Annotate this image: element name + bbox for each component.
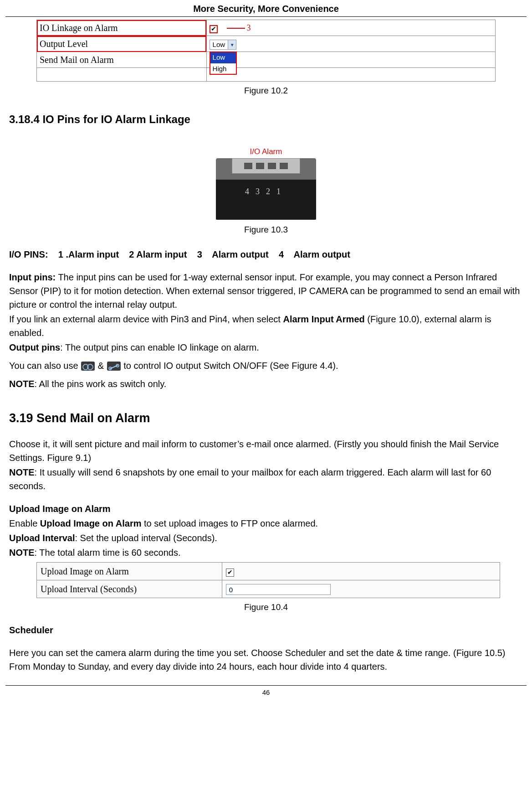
figure-10-3-caption: Figure 10.3 bbox=[9, 223, 523, 237]
page-header: More Security, More Convenience bbox=[5, 0, 527, 17]
dropdown-option-high[interactable]: High bbox=[210, 63, 236, 75]
upload-image-label: Upload Image on Alarm bbox=[37, 563, 222, 580]
page-footer: 46 bbox=[5, 685, 527, 698]
output-level-value-cell: Low ▼ Low High 4 bbox=[206, 36, 495, 52]
figure-10-2-caption: Figure 10.2 bbox=[9, 84, 523, 98]
upload-image-value-cell: ✔ bbox=[222, 563, 500, 580]
callout-3: 3 bbox=[227, 22, 251, 34]
figure-10-4-screenshot: Upload Image on Alarm ✔ Upload Interval … bbox=[36, 562, 500, 598]
upload-interval-label: Upload Interval (Seconds) bbox=[37, 580, 222, 598]
figure-10-2-screenshot: IO Linkage on Alarm ✔ 3 Output Level Low… bbox=[36, 20, 496, 82]
upload-settings-table: Upload Image on Alarm ✔ Upload Interval … bbox=[36, 562, 500, 598]
output-level-dropdown[interactable]: Low ▼ bbox=[210, 40, 237, 50]
chevron-down-icon: ▼ bbox=[228, 40, 236, 49]
switch-off-icon bbox=[107, 362, 121, 371]
output-pins-paragraph: Output pins: The output pins can enable … bbox=[9, 341, 523, 354]
dropdown-option-low[interactable]: Low bbox=[210, 52, 236, 63]
io-linkage-value-cell: ✔ 3 bbox=[206, 20, 495, 36]
io-linkage-checkbox[interactable]: ✔ bbox=[210, 25, 218, 33]
upload-image-heading: Upload Image on Alarm bbox=[9, 502, 523, 516]
io-pins-line: I/O PINS: 1 .Alarm input 2 Alarm input 3… bbox=[9, 248, 523, 261]
send-mail-label: Send Mail on Alarm bbox=[37, 52, 207, 68]
section-319-note: NOTE: It usually will send 6 snapshots b… bbox=[9, 465, 523, 493]
upload-image-checkbox[interactable]: ✔ bbox=[226, 569, 234, 577]
output-level-label: Output Level bbox=[37, 36, 207, 52]
io-alarm-label: I/O Alarm bbox=[9, 146, 523, 158]
io-linkage-table: IO Linkage on Alarm ✔ 3 Output Level Low… bbox=[36, 20, 496, 82]
io-linkage-label: IO Linkage on Alarm bbox=[37, 20, 207, 36]
upload-image-paragraph: Enable Upload Image on Alarm to set uplo… bbox=[9, 517, 523, 530]
upload-interval-input[interactable]: 0 bbox=[226, 584, 331, 595]
scheduler-paragraph: Here you can set the camera alarm during… bbox=[9, 646, 523, 673]
note-pins-paragraph: NOTE: All the pins work as switch only. bbox=[9, 377, 523, 391]
upload-interval-paragraph: Upload Interval: Set the upload interval… bbox=[9, 531, 523, 545]
output-level-dropdown-list[interactable]: Low High bbox=[210, 52, 237, 75]
heading-3-18-4: 3.18.4 IO Pins for IO Alarm Linkage bbox=[9, 111, 523, 128]
scheduler-heading: Scheduler bbox=[9, 623, 523, 637]
figure-10-4-caption: Figure 10.4 bbox=[9, 601, 523, 614]
heading-3-19: 3.19 Send Mail on Alarm bbox=[9, 409, 523, 428]
upload-interval-value-cell: 0 bbox=[222, 580, 500, 598]
section-319-intro: Choose it, it will sent picture and mail… bbox=[9, 437, 523, 465]
input-pins-paragraph: Input pins: The input pins can be used f… bbox=[9, 270, 523, 311]
io-control-paragraph: You can also use & to control IO output … bbox=[9, 359, 523, 372]
switch-on-icon bbox=[81, 362, 95, 371]
send-mail-value-cell bbox=[206, 52, 495, 68]
figure-10-3-image: I/O Alarm 4321 bbox=[9, 146, 523, 220]
link-external-paragraph: If you link an external alarm device wit… bbox=[9, 312, 523, 340]
upload-note-paragraph: NOTE: The total alarm time is 60 seconds… bbox=[9, 546, 523, 559]
io-connector-graphic: 4321 bbox=[216, 158, 316, 220]
